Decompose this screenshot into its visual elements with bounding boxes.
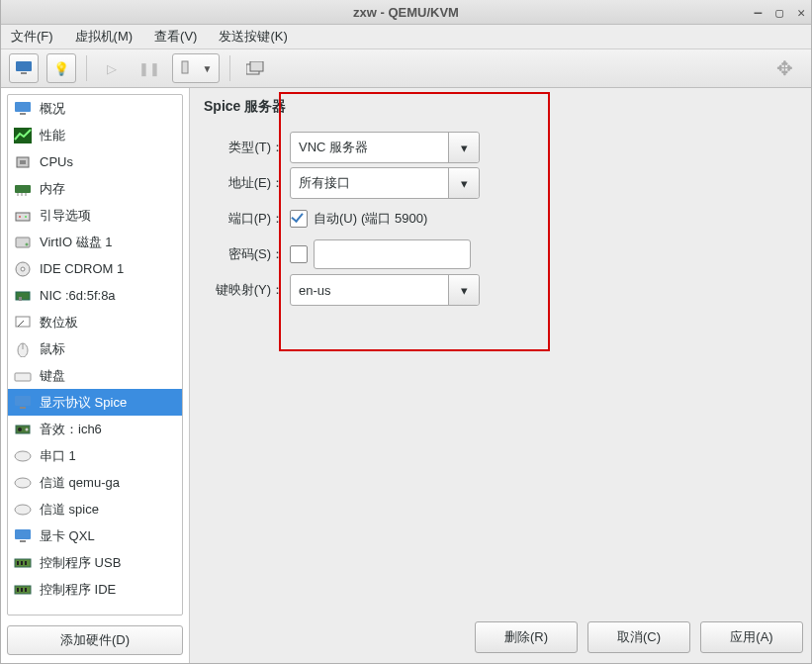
sidebar-item-4[interactable]: 引导选项 bbox=[8, 202, 182, 229]
sidebar-item-1[interactable]: 性能 bbox=[8, 122, 182, 148]
type-label: 类型(T)： bbox=[200, 139, 284, 156]
svg-rect-14 bbox=[16, 213, 30, 221]
svg-rect-0 bbox=[16, 61, 32, 71]
nic-icon bbox=[14, 287, 32, 305]
channel-icon bbox=[14, 474, 32, 492]
close-button[interactable]: ✕ bbox=[797, 5, 805, 20]
svg-rect-1 bbox=[21, 72, 27, 74]
keymap-label: 键映射(Y)： bbox=[200, 281, 284, 299]
sidebar-item-label: 内存 bbox=[40, 180, 65, 198]
sidebar-item-6[interactable]: IDE CDROM 1 bbox=[8, 255, 182, 282]
hardware-list[interactable]: 概况性能CPUs内存引导选项VirtIO 磁盘 1IDE CDROM 1NIC … bbox=[7, 94, 183, 616]
sidebar-item-label: 数位板 bbox=[40, 314, 78, 332]
sidebar-item-label: 信道 spice bbox=[40, 501, 99, 519]
svg-point-32 bbox=[18, 427, 22, 431]
sidebar-item-3[interactable]: 内存 bbox=[8, 175, 182, 202]
details-button[interactable]: 💡 bbox=[46, 53, 76, 83]
sidebar-item-17[interactable]: 控制程序 USB bbox=[8, 549, 182, 576]
menu-vm[interactable]: 虚拟机(M) bbox=[71, 26, 137, 47]
chevron-down-icon: ▼ bbox=[203, 63, 213, 74]
pause-icon: ❚❚ bbox=[140, 59, 158, 77]
sidebar-item-11[interactable]: 显示协议 Spice bbox=[8, 389, 182, 416]
chevron-down-icon: ▾ bbox=[448, 133, 479, 162]
svg-rect-30 bbox=[20, 407, 26, 409]
pause-button[interactable]: ❚❚ bbox=[135, 53, 164, 83]
minimize-button[interactable]: — bbox=[755, 5, 763, 20]
svg-rect-5 bbox=[15, 102, 31, 112]
menu-file[interactable]: 文件(F) bbox=[7, 26, 57, 47]
sidebar-item-16[interactable]: 显卡 QXL bbox=[8, 522, 182, 549]
window-title: zxw - QEMU/KVM bbox=[353, 5, 459, 20]
svg-point-18 bbox=[26, 242, 29, 245]
cancel-button[interactable]: 取消(C) bbox=[587, 621, 690, 653]
console-button[interactable] bbox=[9, 53, 39, 83]
lightbulb-icon: 💡 bbox=[52, 59, 70, 77]
main-panel: Spice 服务器 类型(T)： VNC 服务器 ▾ 地址(E)： 所有接口 ▾ bbox=[190, 88, 811, 663]
add-hardware-button[interactable]: 添加硬件(D) bbox=[7, 625, 183, 655]
svg-rect-22 bbox=[19, 297, 22, 301]
svg-rect-44 bbox=[17, 588, 19, 592]
apply-button[interactable]: 应用(A) bbox=[700, 621, 803, 653]
sidebar-item-label: 引导选项 bbox=[40, 207, 91, 225]
sidebar-item-label: CPUs bbox=[40, 154, 73, 169]
address-select[interactable]: 所有接口 ▾ bbox=[290, 167, 480, 199]
snapshot-icon bbox=[246, 59, 264, 77]
port-auto-checkbox[interactable] bbox=[290, 210, 308, 228]
sidebar-item-18[interactable]: 控制程序 IDE bbox=[8, 576, 182, 603]
menubar: 文件(F) 虚拟机(M) 查看(V) 发送按键(K) bbox=[1, 25, 811, 49]
sidebar-item-5[interactable]: VirtIO 磁盘 1 bbox=[8, 229, 182, 255]
sidebar-item-10[interactable]: 键盘 bbox=[8, 362, 182, 389]
titlebar: zxw - QEMU/KVM — ▢ ✕ bbox=[1, 0, 811, 25]
power-icon bbox=[180, 60, 190, 76]
sidebar-item-label: 显示协议 Spice bbox=[40, 394, 127, 412]
svg-point-16 bbox=[25, 216, 27, 218]
password-input[interactable] bbox=[314, 239, 471, 269]
maximize-button[interactable]: ▢ bbox=[775, 5, 783, 20]
address-value: 所有接口 bbox=[291, 174, 448, 192]
sidebar-item-label: 显卡 QXL bbox=[40, 527, 95, 545]
sidebar-item-9[interactable]: 鼠标 bbox=[8, 335, 182, 362]
sidebar-item-13[interactable]: 串口 1 bbox=[8, 442, 182, 469]
keymap-value: en-us bbox=[291, 283, 448, 298]
sidebar-item-label: VirtIO 磁盘 1 bbox=[40, 234, 112, 251]
cpu-icon bbox=[14, 153, 32, 171]
sidebar-item-label: 性能 bbox=[40, 127, 65, 144]
shutdown-button[interactable]: ▼ bbox=[172, 53, 220, 83]
type-select[interactable]: VNC 服务器 ▾ bbox=[290, 132, 480, 163]
svg-point-35 bbox=[15, 478, 31, 488]
sidebar-item-label: 信道 qemu-ga bbox=[40, 474, 120, 492]
tablet-icon bbox=[14, 314, 32, 332]
password-checkbox[interactable] bbox=[290, 245, 308, 263]
svg-rect-38 bbox=[20, 540, 26, 542]
sidebar-item-12[interactable]: 音效：ich6 bbox=[8, 416, 182, 442]
sidebar-item-label: 概况 bbox=[40, 100, 65, 118]
sidebar-item-2[interactable]: CPUs bbox=[8, 148, 182, 175]
sidebar-item-8[interactable]: 数位板 bbox=[8, 309, 182, 335]
sidebar-item-0[interactable]: 概况 bbox=[8, 95, 182, 122]
run-button[interactable]: ▷ bbox=[97, 53, 127, 83]
sidebar-item-15[interactable]: 信道 spice bbox=[8, 496, 182, 522]
remove-button[interactable]: 删除(R) bbox=[475, 621, 578, 653]
svg-rect-9 bbox=[20, 160, 26, 164]
svg-rect-2 bbox=[182, 61, 188, 73]
svg-rect-41 bbox=[21, 561, 23, 565]
sidebar-item-label: IDE CDROM 1 bbox=[40, 261, 124, 276]
add-hardware-label: 添加硬件(D) bbox=[60, 631, 130, 649]
sidebar-item-14[interactable]: 信道 qemu-ga bbox=[8, 469, 182, 496]
sidebar-item-7[interactable]: NIC :6d:5f:8a bbox=[8, 282, 182, 309]
menu-view[interactable]: 查看(V) bbox=[150, 26, 201, 47]
svg-rect-42 bbox=[25, 561, 27, 565]
video-icon bbox=[14, 527, 32, 545]
play-icon: ▷ bbox=[103, 59, 121, 77]
keymap-select[interactable]: en-us ▾ bbox=[290, 274, 480, 306]
sidebar-item-label: NIC :6d:5f:8a bbox=[40, 288, 116, 303]
menu-sendkey[interactable]: 发送按键(K) bbox=[215, 26, 291, 47]
cd-icon bbox=[14, 260, 32, 278]
boot-icon bbox=[14, 207, 32, 225]
monitor-icon bbox=[14, 100, 32, 118]
svg-rect-46 bbox=[25, 588, 27, 592]
sound-icon bbox=[14, 421, 32, 438]
kb-icon bbox=[14, 367, 32, 385]
move-cursor-icon: ✥ bbox=[771, 55, 797, 81]
snapshots-button[interactable] bbox=[240, 53, 270, 83]
